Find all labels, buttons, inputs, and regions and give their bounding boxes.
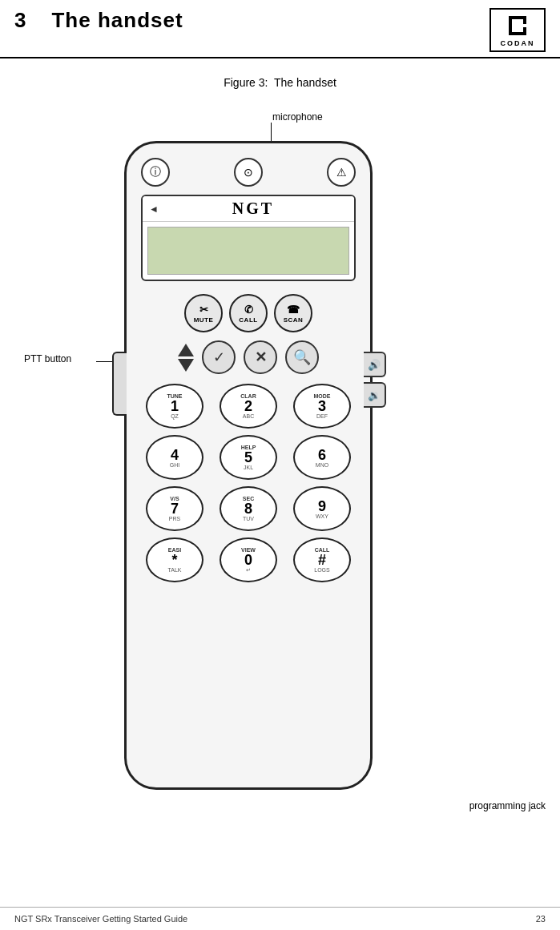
codan-logo-text: CODAN [501,39,535,47]
display-header: ◄ NGT [143,196,354,222]
mic-icon: ⊙ [244,166,253,179]
key-3-main: 3 [318,399,326,413]
svg-rect-4 [523,27,526,35]
key-7[interactable]: V/S 7 PRS [146,486,203,531]
alert-icon: ⚠ [336,166,347,179]
key-star[interactable]: EASI * TALK [146,537,203,582]
key-hash-main: # [318,553,326,567]
key-9-sub: WXY [316,513,328,519]
search-button[interactable]: 🔍 [285,340,319,374]
key-3-sub: DEF [316,413,328,419]
key-3[interactable]: MODE 3 DEF [293,384,351,429]
key-0-main: 0 [244,553,252,567]
key-star-main: * [171,553,177,567]
call-button-group: ✆ CALL [229,294,268,332]
footer-right: 23 [536,914,546,924]
mute-button-group: ✂ MUTE [184,294,223,332]
key-4-main: 4 [171,448,179,462]
scan-label: SCAN [284,316,304,324]
chapter-title: The handset [51,8,183,33]
svg-rect-2 [509,16,512,35]
key-5[interactable]: HELP 5 JKL [220,435,277,480]
codan-logo-symbol [502,14,533,38]
programming-jack-label: programming jack [469,800,546,811]
key-9-main: 9 [318,499,326,513]
mic-button[interactable]: ⊙ [234,158,263,187]
page-footer: NGT SRx Transceiver Getting Started Guid… [0,907,560,930]
handset-device: 🔊 🔉 ⓘ ⊙ ⚠ ◄ NGT [124,141,373,790]
key-0-sub: ↵ [246,567,251,573]
x-icon: ✕ [255,348,267,366]
keypad: TUNE 1 QZ CLAR 2 ABC MODE 3 DEF 4 GHI HE… [141,384,356,582]
key-1[interactable]: TUNE 1 QZ [146,384,203,429]
key-6-sub: MNO [316,462,328,468]
key-4[interactable]: 4 GHI [146,435,203,480]
scan-button[interactable]: ☎ SCAN [274,294,312,332]
display-screen [147,227,349,275]
confirm-button[interactable]: ✓ [202,340,236,374]
key-9[interactable]: 9 WXY [293,486,351,531]
scan-icon: ☎ [287,304,300,316]
call-icon: ✆ [244,304,253,316]
alert-button[interactable]: ⚠ [327,158,356,187]
microphone-label: microphone [272,111,323,123]
key-8-sub: TUV [243,516,254,521]
key-0[interactable]: VIEW 0 ↵ [220,537,277,582]
nav-down-arrow[interactable] [178,359,194,372]
footer-left: NGT SRx Transceiver Getting Started Guid… [14,914,187,924]
chapter-number: 3 [14,8,26,33]
checkmark-icon: ✓ [213,348,225,366]
key-2-main: 2 [244,399,252,413]
key-5-sub: JKL [244,465,253,470]
key-8-main: 8 [244,501,252,516]
key-1-sub: QZ [171,413,179,419]
ptt-button[interactable] [112,352,127,416]
key-7-sub: PRS [169,516,180,521]
main-content: microphone PTT button programming jack 🔊… [0,97,560,858]
mute-icon: ✂ [199,304,208,316]
svg-rect-3 [523,16,526,24]
key-8[interactable]: SEC 8 TUV [220,486,277,531]
display-area: ◄ NGT [141,195,356,281]
volume-up-button[interactable]: 🔊 [364,352,386,377]
key-6-main: 6 [318,448,326,462]
power-button[interactable]: ⓘ [141,158,170,187]
nav-up-arrow[interactable] [178,344,194,356]
mute-button[interactable]: ✂ MUTE [184,294,223,332]
codan-logo: CODAN [489,8,546,52]
call-button[interactable]: ✆ CALL [229,294,268,332]
key-2[interactable]: CLAR 2 ABC [220,384,277,429]
key-1-main: 1 [171,399,179,413]
figure-label: Figure 3: The handset [0,76,560,89]
key-hash-sub: LOGS [314,567,329,573]
navigation-row: ✓ ✕ 🔍 [141,340,356,374]
page-header: 3 The handset CODAN [0,0,560,58]
key-5-main: 5 [244,450,252,465]
mute-label: MUTE [194,316,214,324]
ptt-label: PTT button [24,353,71,364]
key-7-main: 7 [171,501,179,516]
display-left-arrow: ◄ [149,203,159,215]
scan-button-group: ☎ SCAN [274,294,312,332]
nav-arrows [178,344,194,372]
cancel-button[interactable]: ✕ [244,340,277,374]
volume-down-button[interactable]: 🔉 [364,382,386,408]
brand-display: NGT [159,199,348,218]
call-label: CALL [239,316,257,324]
top-icons-row: ⓘ ⊙ ⚠ [141,158,356,187]
function-buttons-row: ✂ MUTE ✆ CALL ☎ SCAN [141,294,356,332]
volume-buttons: 🔊 🔉 [364,352,386,408]
key-hash[interactable]: CALL # LOGS [293,537,351,582]
power-icon: ⓘ [150,165,161,179]
key-4-sub: GHI [170,462,179,468]
key-2-sub: ABC [243,413,254,419]
key-6[interactable]: 6 MNO [293,435,351,480]
search-icon: 🔍 [293,348,311,366]
key-star-sub: TALK [168,567,182,573]
